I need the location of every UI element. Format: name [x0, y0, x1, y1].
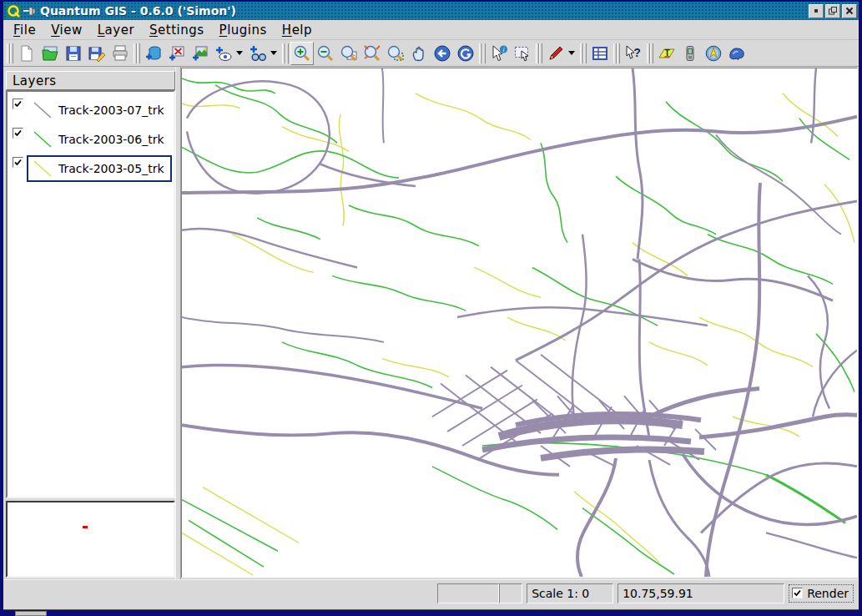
resize-grip[interactable] [15, 611, 47, 616]
menu-settings[interactable]: Settings [148, 21, 211, 39]
layer-body[interactable]: Track-2003-07_trk [27, 97, 172, 124]
zoom-last-icon [363, 44, 381, 63]
render-checkbox[interactable] [792, 588, 803, 598]
save-project-button[interactable] [62, 42, 85, 65]
pushpin-icon[interactable] [23, 4, 37, 18]
add-wms-layer-button[interactable] [246, 42, 270, 65]
pan-map-button[interactable] [407, 42, 431, 65]
toolbar-group: ? [612, 40, 645, 66]
refresh-map-button[interactable] [454, 42, 477, 65]
dock-splitter[interactable] [175, 67, 181, 579]
add-text-labels-button[interactable]: T [655, 42, 678, 65]
toolbar-handle[interactable] [536, 43, 542, 63]
add-wms-layer-dropdown-arrow[interactable] [270, 51, 277, 55]
window-bottom-frame [3, 609, 859, 616]
layers-list: Track-2003-07_trkTrack-2003-06_trkTrack-… [6, 90, 175, 498]
render-toggle[interactable]: Render [789, 584, 854, 603]
toolbar-handle[interactable] [647, 43, 653, 63]
overview-extent-marker [83, 526, 88, 528]
layers-dock: Layers Track-2003-07_trkTrack-2003-06_tr… [3, 67, 175, 579]
zoom-out-icon [316, 44, 335, 63]
layer-name: Track-2003-07_trk [58, 104, 164, 117]
refresh-circle-icon [456, 44, 475, 63]
coordinate-display: 10.75,59.91 [618, 583, 784, 603]
map-wrap [181, 67, 859, 579]
layer-row-Track-2003-05_trk[interactable]: Track-2003-05_trk [11, 155, 172, 182]
compass-plugin-button[interactable] [702, 42, 725, 65]
main-area: Layers Track-2003-07_trkTrack-2003-06_tr… [3, 67, 859, 579]
layer-body[interactable]: Track-2003-06_trk [27, 126, 172, 153]
toolbar-handle[interactable] [479, 43, 485, 63]
layer-row-Track-2003-07_trk[interactable]: Track-2003-07_trk [11, 97, 172, 124]
toolbar-handle[interactable] [134, 43, 139, 63]
zoom-select-icon [386, 44, 405, 63]
layer-visibility-checkbox[interactable] [13, 98, 23, 109]
add-vector-layer-button[interactable] [165, 42, 189, 65]
new-project-button[interactable] [15, 42, 38, 65]
maximize-button[interactable] [825, 4, 840, 18]
open-attribute-table-button[interactable] [588, 42, 612, 65]
titlebar: Quantum GIS - 0.6.0 ('Simon') [3, 2, 859, 20]
hand-icon [410, 44, 428, 63]
layer-row-Track-2003-06_trk[interactable]: Track-2003-06_trk [11, 126, 172, 153]
zoom-previous-button[interactable] [431, 42, 454, 65]
progress-bar [437, 583, 522, 603]
folder-open-icon [41, 44, 59, 63]
select-features-button[interactable] [511, 42, 534, 65]
vector-x-icon [168, 44, 186, 63]
cursor-question-icon: ? [624, 44, 643, 63]
toolbar-group [5, 40, 132, 66]
menu-plugins[interactable]: Plugins [218, 21, 274, 39]
identify-features-button[interactable]: i [487, 42, 511, 65]
progress-cell-2 [499, 583, 522, 603]
add-raster-layer-button[interactable] [189, 42, 212, 65]
table-icon [591, 44, 609, 63]
capture-point-dropdown-arrow[interactable] [568, 51, 575, 55]
overview-map[interactable] [6, 501, 175, 578]
open-project-button[interactable] [38, 42, 62, 65]
toolbar-handle[interactable] [613, 43, 619, 63]
whats-this-help-button[interactable]: ? [622, 42, 645, 65]
menu-layer[interactable]: Layer [96, 21, 141, 39]
progress-cell-1 [437, 583, 499, 603]
pencil-icon [547, 44, 565, 63]
printer-icon [111, 44, 129, 63]
menu-file[interactable]: File [12, 21, 43, 39]
layer-body[interactable]: Track-2003-05_trk [27, 155, 172, 182]
zoom-to-selection-button[interactable] [384, 42, 407, 65]
menu-view[interactable]: View [49, 21, 89, 39]
new-vector-layer-button[interactable] [212, 42, 235, 65]
layer-visibility-checkbox[interactable] [13, 128, 23, 139]
select-rect-icon [513, 44, 532, 63]
map-canvas[interactable] [181, 68, 858, 578]
close-button[interactable] [842, 4, 857, 18]
floppy-icon [64, 44, 83, 63]
zoom-last-button[interactable] [360, 42, 384, 65]
zoom-out-button[interactable] [314, 42, 337, 65]
print-button[interactable] [108, 42, 132, 65]
layer-visibility-checkbox[interactable] [13, 157, 23, 168]
gps-device-icon [681, 44, 699, 63]
toolbar-handle[interactable] [282, 43, 288, 63]
toolbar: i?T [3, 40, 859, 67]
zoom-full-extent-button[interactable] [337, 42, 360, 65]
menu-help[interactable]: Help [280, 21, 319, 39]
zoom-in-button[interactable] [290, 42, 314, 65]
raster-plus-icon [191, 44, 209, 63]
svg-text:i: i [502, 45, 504, 53]
qgis-window: Quantum GIS - 0.6.0 ('Simon') FileViewLa… [0, 0, 862, 616]
capture-point-button[interactable] [544, 42, 567, 65]
grass-plugin-button[interactable] [725, 42, 749, 65]
gps-tools-button[interactable] [678, 42, 702, 65]
layer-name: Track-2003-05_trk [58, 162, 164, 175]
minimize-button[interactable] [809, 4, 824, 18]
toolbar-group [578, 40, 612, 66]
toolbar-handle[interactable] [580, 43, 586, 63]
new-vector-layer-dropdown-arrow[interactable] [236, 51, 243, 55]
cursor-info-icon: i [490, 44, 508, 63]
save-project-as-button[interactable] [85, 42, 108, 65]
toolbar-group [132, 40, 280, 66]
add-postgis-layer-button[interactable] [142, 42, 165, 65]
toolbar-handle[interactable] [7, 43, 13, 63]
layer-line-symbol [32, 129, 53, 149]
